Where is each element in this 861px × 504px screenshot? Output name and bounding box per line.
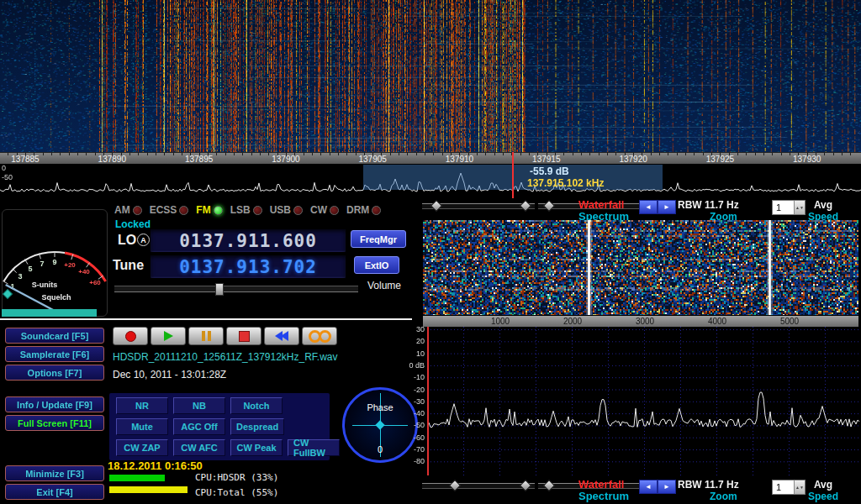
avg-label: Avg [814, 479, 832, 491]
ruler-label: 137900 [272, 155, 299, 164]
waterfall-level-slider[interactable] [422, 203, 535, 209]
info-update-f9-button[interactable]: Info / Update [F9] [5, 396, 104, 412]
cw-fullbw-button[interactable]: CW FullBW [288, 439, 340, 456]
lo-label: LO [118, 233, 136, 248]
slider-thumb[interactable] [543, 480, 555, 491]
mode-am[interactable]: AM [114, 204, 142, 216]
mode-cw[interactable]: CW [310, 204, 339, 216]
ruler-tick [260, 153, 261, 155]
ruler-label: 137895 [185, 155, 213, 164]
freqmgr-button[interactable]: FreqMgr [351, 230, 406, 248]
nb-button[interactable]: NB [173, 397, 225, 414]
stop-icon [239, 331, 250, 342]
ruler-tick [147, 153, 148, 155]
phase-value: 0 [378, 444, 383, 454]
ruler-tick [69, 153, 70, 155]
exit-f4-button[interactable]: Exit [F4] [5, 484, 104, 500]
waterfall-toggle[interactable]: Waterfall [578, 199, 629, 211]
ruler-tick [304, 153, 304, 155]
ruler-tick [842, 153, 843, 155]
mode-fm[interactable]: FM [196, 204, 222, 216]
slider-thumb[interactable] [430, 200, 442, 212]
ruler-tick [755, 153, 756, 155]
slider-thumb[interactable] [543, 200, 555, 212]
slider-thumb[interactable] [449, 480, 461, 491]
rf-frequency-axis[interactable]: 10002000300040005000 [423, 316, 858, 327]
frequency-ruler[interactable]: 1378851378901378951379001379051379101379… [0, 152, 861, 165]
samplerate-f6-button[interactable]: Samplerate [F6] [5, 346, 104, 362]
ruler-tick [659, 153, 660, 155]
waterfall-level-slider[interactable] [422, 483, 535, 489]
zoom-out-button[interactable]: ◄ [639, 480, 658, 494]
cw-afc-button[interactable]: CW AFC [173, 439, 225, 456]
options-f7-button[interactable]: Options [F7] [5, 365, 104, 381]
ruler-tick [156, 153, 156, 155]
loop-button[interactable] [302, 327, 337, 345]
db-axis-label: 10 [389, 349, 425, 358]
cw-zap-button[interactable]: CW ZAP [116, 439, 168, 456]
ruler-tick [563, 153, 564, 155]
notch-button[interactable]: Notch [230, 397, 283, 414]
avg-dropdown[interactable]: 1 ▲▼ [772, 480, 806, 495]
volume-slider-thumb[interactable] [215, 283, 224, 296]
rf-waterfall-display[interactable] [423, 220, 858, 315]
mode-ecss[interactable]: ECSS [150, 204, 189, 216]
volume-slider[interactable] [114, 286, 358, 292]
minimize-f3-button[interactable]: Minimize [F3] [5, 465, 104, 481]
waterfall-toggle[interactable]: Waterfall [578, 479, 629, 491]
slider-thumb[interactable] [520, 480, 531, 491]
full-screen-f11-button[interactable]: Full Screen [F11] [5, 415, 104, 431]
nr-button[interactable]: NR [116, 397, 168, 414]
extio-button[interactable]: ExtIO [354, 256, 399, 274]
agc-off-button[interactable]: AGC Off [173, 418, 225, 435]
zoom-out-button[interactable]: ◄ [639, 200, 658, 214]
avg-dropdown-value: 1 [773, 480, 794, 494]
ruler-tick [746, 153, 747, 155]
vfo-a-badge[interactable]: A [137, 234, 150, 246]
avg-dropdown[interactable]: 1 ▲▼ [772, 200, 806, 215]
rf-axis-label: 3000 [636, 317, 654, 326]
stop-button[interactable] [226, 327, 261, 345]
mode-label: USB [270, 204, 291, 216]
play-icon [164, 331, 173, 341]
soundcard-f5-button[interactable]: Soundcard [F5] [5, 328, 104, 344]
rbw-readout[interactable]: RBW 11.7 Hz [678, 479, 739, 491]
s-plus-label: +20 [64, 261, 76, 269]
s-meter[interactable]: 1 3 5 7 9 +20 +40 +60 S-units Squelch [2, 209, 108, 317]
tune-frequency-display[interactable]: 0137.913.702 [150, 255, 346, 279]
mode-usb[interactable]: USB [270, 204, 303, 216]
main-spectrum-display[interactable]: 0 -50 -55.9 dB 137.915.102 kHz [0, 164, 861, 198]
ruler-tick [581, 153, 582, 155]
slider-thumb[interactable] [520, 200, 531, 212]
rbw-readout[interactable]: RBW 11.7 Hz [678, 199, 739, 211]
lo-frequency-display[interactable]: 0137.911.600 [150, 228, 346, 253]
cw-peak-button[interactable]: CW Peak [230, 439, 283, 456]
ruler-tick [43, 153, 44, 155]
avg-label: Avg [814, 199, 832, 211]
rf-spectrum-display[interactable] [427, 327, 859, 475]
rewind-button[interactable] [264, 327, 299, 345]
mute-button[interactable]: Mute [116, 418, 168, 435]
squelch-handle[interactable] [3, 289, 12, 298]
despread-button[interactable]: Despread [230, 418, 284, 435]
zoom-in-button[interactable]: ► [658, 200, 676, 214]
ruler-label: 137930 [793, 155, 821, 164]
play-button[interactable] [151, 327, 186, 345]
ruler-tick [694, 153, 695, 155]
ruler-tick [164, 153, 165, 155]
cpu-hdsdr-bar [109, 475, 165, 481]
record-button[interactable] [113, 327, 148, 345]
mode-drm[interactable]: DRM [346, 204, 381, 216]
squelch-label: Squelch [41, 293, 71, 302]
zoom-in-button[interactable]: ► [658, 480, 676, 494]
ruler-tick [399, 153, 399, 155]
pause-button[interactable] [188, 327, 224, 345]
main-waterfall-display[interactable] [0, 0, 861, 152]
ruler-tick [312, 153, 313, 155]
mode-lsb[interactable]: LSB [230, 204, 262, 216]
ruler-tick [520, 153, 521, 155]
ruler-tick [320, 153, 321, 155]
ruler-tick [737, 153, 738, 155]
db-axis-label: -10 [389, 373, 425, 381]
spectrum-toggle[interactable]: Spectrum [578, 491, 629, 502]
